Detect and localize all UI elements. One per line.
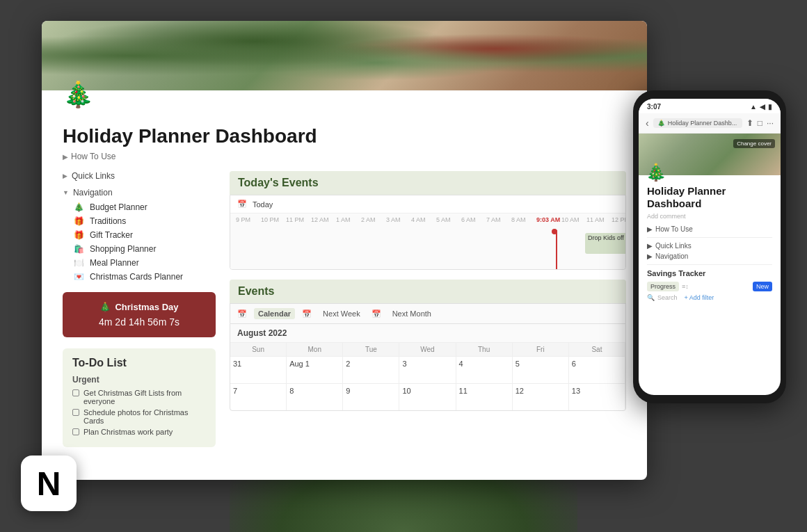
budget-label: Budget Planner [90,202,147,212]
left-sidebar: ▶ Quick Links ▼ Navigation 🎄 Budget Plan… [63,171,216,447]
nav-item-christmas-cards[interactable]: 💌 Christmas Cards Planner [63,270,216,284]
today-button[interactable]: Today [253,200,273,209]
current-time-line [556,230,557,269]
quick-links-toggle[interactable]: ▶ Quick Links [63,171,216,181]
cal-cell-7[interactable]: 7 [230,384,287,410]
cal-cell-aug1[interactable]: Aug 1 [287,357,343,383]
phone-more-icon[interactable]: ··· [767,118,774,128]
todo-item-3[interactable]: Plan Christmas work party [72,428,206,436]
nav-item-budget[interactable]: 🎄 Budget Planner [63,200,216,214]
tab-next-month[interactable]: Next Month [388,308,436,319]
navigation-toggle[interactable]: ▼ Navigation [63,188,216,198]
today-toolbar: 📅 Today [230,195,625,213]
shopping-icon: 🛍️ [74,244,84,254]
day-wed: Wed [399,343,456,356]
todo-item-2[interactable]: Schedule photos for Christmas Cards [72,408,206,425]
cal-cell-12[interactable]: 12 [513,384,569,410]
todays-events-header: Today's Events [230,171,626,195]
phone-bookmark-icon[interactable]: □ [758,118,762,128]
how-to-use-arrow: ▶ [63,153,68,161]
event-drop-kids[interactable]: Drop Kids off [585,233,625,254]
cal-cell-8[interactable]: 8 [287,384,343,410]
nav-item-shopping[interactable]: 🛍️ Shopping Planner [63,242,216,256]
cal-cell-10[interactable]: 10 [399,384,456,410]
quick-links-label: Quick Links [72,171,115,181]
phone-page-title: Holiday Planner Dashboard [647,185,772,210]
page-content: Holiday Planner Dashboard ▶ How To Use ▶… [42,90,647,461]
calendar-row-1: 31 Aug 1 2 3 4 5 6 [230,356,625,383]
phone-add-filter[interactable]: + Add filter [685,294,714,301]
how-to-use-toggle[interactable]: ▶ How To Use [63,152,626,161]
phone-change-cover-button[interactable]: Change cover [733,139,775,148]
todo-section: To-Do List Urgent Get Christmas Gift Lis… [63,348,216,447]
phone-navigation-toggle[interactable]: ▶ Navigation [647,252,772,260]
nav-item-meal[interactable]: 🍽️ Meal Planner [63,256,216,270]
phone-search-icon: 🔍 [647,294,655,301]
next-week-tab-icon: 📅 [302,309,312,319]
calendar-small-icon: 📅 [237,200,247,209]
traditions-icon: 🎁 [74,216,84,226]
phone-quick-links-toggle[interactable]: ▶ Quick Links [647,242,772,250]
cal-cell-11[interactable]: 11 [456,384,513,410]
phone-url-bar[interactable]: 🎄 Holiday Planner Dashb... [653,118,742,128]
cal-cell-9[interactable]: 9 [343,384,399,410]
hour-12am: 12 AM [311,216,336,223]
phone-nav-bar: ‹ 🎄 Holiday Planner Dashb... ⬆ □ ··· [639,113,781,134]
tab-calendar[interactable]: Calendar [254,308,295,319]
cal-cell-2[interactable]: 2 [343,357,399,383]
phone-back-button[interactable]: ‹ [646,118,649,129]
todo-title: To-Do List [72,357,206,369]
event-drop-kids-label: Drop Kids off [588,234,624,241]
phone-how-to-use-label: How To Use [655,225,693,233]
phone-share-icon[interactable]: ⬆ [746,118,753,128]
todo-item-1[interactable]: Get Christmas Gift Lists from everyone [72,389,206,405]
calendar-tab-icon: 📅 [237,309,247,319]
meal-label: Meal Planner [90,258,139,268]
cal-cell-13[interactable]: 13 [569,384,625,410]
todo-checkbox-2[interactable] [72,409,79,416]
phone-progress-tab[interactable]: Progress [647,282,679,291]
timeline-scroll[interactable]: 9 PM 10 PM 11 PM 12 AM 1 AM 2 AM 3 AM 4 … [230,213,625,269]
events-title: Events [238,285,274,297]
phone-new-button[interactable]: New [753,282,772,291]
hour-10pm: 10 PM [261,216,286,223]
hour-11pm: 11 PM [286,216,311,223]
cal-cell-5[interactable]: 5 [513,357,569,383]
nav-item-traditions[interactable]: 🎁 Traditions [63,214,216,228]
timeline-hours: 9 PM 10 PM 11 PM 12 AM 1 AM 2 AM 3 AM 4 … [236,216,620,223]
notion-logo: N [21,456,77,511]
events-toolbar: 📅 Calendar 📅 Next Week 📅 Next Month [230,303,626,323]
todo-item-text-2: Schedule photos for Christmas Cards [83,408,206,425]
phone-sort-icon[interactable]: ≡↕ [682,283,750,290]
cal-cell-6[interactable]: 6 [569,357,625,383]
hour-10am: 10 AM [561,216,586,223]
cal-cell-31[interactable]: 31 [230,357,287,383]
phone-how-to-use-toggle[interactable]: ▶ How To Use [647,225,772,233]
day-tue: Tue [343,343,399,356]
tab-next-week[interactable]: Next Week [319,308,365,319]
phone-search-placeholder: Search [657,294,678,301]
phone-savings-title: Savings Tracker [647,269,772,277]
phone-search-bar[interactable]: 🔍 Search + Add filter [647,294,772,301]
main-area: Today's Events 📅 Today 9 PM 10 PM 11 PM … [230,171,626,447]
cal-cell-4[interactable]: 4 [456,357,513,383]
phone-navigation-label: Navigation [655,252,688,260]
todo-checkbox-1[interactable] [72,389,79,396]
hour-7am: 7 AM [486,216,511,223]
phone-content: Holiday Planner Dashboard Add comment ▶ … [639,175,781,395]
how-to-use-label: How To Use [71,152,115,161]
cal-cell-3[interactable]: 3 [399,357,456,383]
phone-quick-links-arrow: ▶ [647,242,653,250]
phone-how-to-use-arrow: ▶ [647,225,653,233]
todo-checkbox-3[interactable] [72,428,79,435]
day-mon: Mon [287,343,343,356]
phone-add-comment[interactable]: Add comment [647,213,772,220]
phone-status-icons: ▲ ◀ ▮ [750,103,772,111]
phone-navigation-arrow: ▶ [647,252,653,260]
nav-item-gift-tracker[interactable]: 🎁 Gift Tracker [63,228,216,242]
todays-events-container: 📅 Today 9 PM 10 PM 11 PM 12 AM 1 AM 2 AM… [230,195,626,270]
page-title: Holiday Planner Dashboard [63,125,626,147]
christmas-tree-icon: 🎄 [99,302,111,312]
quick-links-section: ▶ Quick Links [63,171,216,181]
christmas-day-text: Christmas Day [115,302,178,312]
